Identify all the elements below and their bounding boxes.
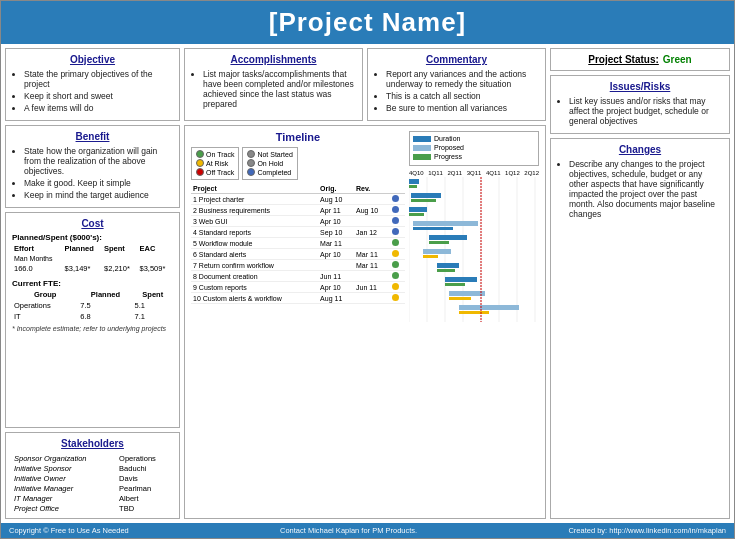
legend-item-offtrack: Off Track <box>196 168 234 176</box>
svg-rect-19 <box>423 255 438 258</box>
benefit-title: Benefit <box>12 131 173 142</box>
project-status-value: Green <box>663 54 692 65</box>
progress-label: Progress <box>434 153 462 160</box>
status-dot <box>392 239 399 246</box>
mid-top: Accomplishments List major tasks/accompl… <box>184 48 546 121</box>
project-rev <box>354 194 390 205</box>
project-name: 1 Project charter <box>191 194 318 205</box>
status-dot <box>392 294 399 301</box>
legend-progress: Progress <box>413 153 535 160</box>
stakeholder-role-2: Initiative Sponsor <box>12 463 117 473</box>
status-dot <box>392 250 399 257</box>
stakeholder-name-6: TBD <box>117 503 173 513</box>
stakeholder-name-5: Albert <box>117 493 173 503</box>
stakeholder-role-6: Project Office <box>12 503 117 513</box>
timeline-title: Timeline <box>191 131 405 143</box>
eac-val: $3,509* <box>137 263 173 274</box>
stakeholder-name-4: Pearlman <box>117 483 173 493</box>
stakeholders-table: Sponsor Organization Operations Initiati… <box>12 453 173 513</box>
legend-item-notstarted: Not Started <box>247 150 292 158</box>
chart-area: Duration Proposed Progress <box>409 131 539 513</box>
project-status <box>390 260 405 271</box>
list-item: Keep it short and sweet <box>24 91 173 101</box>
x-label-1: 4Q10 <box>409 170 424 176</box>
svg-rect-10 <box>411 193 441 198</box>
status-dot <box>392 272 399 279</box>
project-orig: Aug 10 <box>318 194 354 205</box>
current-fte-label: Current FTE: <box>12 279 173 288</box>
offtrack-icon <box>196 168 204 176</box>
fte-group-header: Group <box>12 289 78 300</box>
man-months-val: 166.0 <box>12 263 63 274</box>
project-status <box>390 282 405 293</box>
col-mid: Accomplishments List major tasks/accompl… <box>184 48 546 519</box>
table-row: 4 Standard reports Sep 10 Jan 12 <box>191 227 405 238</box>
list-item: Make it good. Keep it simple <box>24 178 173 188</box>
stakeholder-name-2: Baduchi <box>117 463 173 473</box>
fte-table: Group Planned Spent Operations 7.5 5.1 I… <box>12 289 173 322</box>
offtrack-label: Off Track <box>206 169 234 176</box>
progress-bar-icon <box>413 154 431 160</box>
table-row: Sponsor Organization Operations <box>12 453 173 463</box>
table-row: 2 Business requirements Apr 11 Aug 10 <box>191 205 405 216</box>
table-row: 8 Document creation Jun 11 <box>191 271 405 282</box>
man-months-label: Man Months <box>12 254 63 263</box>
stakeholder-role-3: Initiative Owner <box>12 473 117 483</box>
svg-rect-11 <box>411 199 436 202</box>
cost-table: Effort Planned Spent EAC Man Months 166.… <box>12 243 173 274</box>
objective-list: State the primary objectives of the proj… <box>12 69 173 113</box>
fte-spent-header: Spent <box>132 289 173 300</box>
svg-rect-20 <box>437 263 459 268</box>
table-row: 1 Project charter Aug 10 <box>191 194 405 205</box>
cost-footnote: * Incomplete estimate; refer to underlyi… <box>12 325 173 332</box>
project-orig: Mar 11 <box>318 238 354 249</box>
timeline-box: Timeline On Track At Risk <box>184 125 546 519</box>
accomplishments-list: List major tasks/accomplishments that ha… <box>191 69 356 109</box>
ontrack-icon <box>196 150 204 158</box>
fte-planned-1: 7.5 <box>78 300 132 311</box>
x-label-7: 2Q12 <box>524 170 539 176</box>
project-name: 2 Business requirements <box>191 205 318 216</box>
list-item: Be sure to mention all variances <box>386 103 539 113</box>
project-rev <box>354 293 390 304</box>
project-rev: Mar 11 <box>354 249 390 260</box>
project-name: 8 Document creation <box>191 271 318 282</box>
project-status <box>390 293 405 304</box>
legend-box-right: Not Started On Hold Completed <box>242 147 297 180</box>
commentary-list: Report any variances and the actions und… <box>374 69 539 113</box>
project-rev <box>354 271 390 282</box>
fte-planned-2: 6.8 <box>78 311 132 322</box>
table-row: 10 Custom alerts & workflow Aug 11 <box>191 293 405 304</box>
svg-rect-8 <box>409 179 419 184</box>
page-footer: Copyright © Free to Use As Needed Contac… <box>1 523 734 538</box>
stakeholder-name-3: Davis <box>117 473 173 483</box>
list-item: List key issues and/or risks that may af… <box>569 96 723 126</box>
project-orig: Apr 11 <box>318 205 354 216</box>
proposed-bar-icon <box>413 145 431 151</box>
project-rev: Jun 11 <box>354 282 390 293</box>
project-name: 5 Workflow module <box>191 238 318 249</box>
project-rev <box>354 238 390 249</box>
status-col-header <box>390 184 405 194</box>
legend-item-onhold: On Hold <box>247 159 292 167</box>
table-row: Initiative Owner Davis <box>12 473 173 483</box>
svg-rect-13 <box>409 213 424 216</box>
fte-planned-header: Planned <box>78 289 132 300</box>
project-orig: Apr 10 <box>318 216 354 227</box>
cost-box: Cost Planned/Spent ($000's): Effort Plan… <box>5 212 180 428</box>
fte-spent-2: 7.1 <box>132 311 173 322</box>
project-name: 10 Custom alerts & workflow <box>191 293 318 304</box>
project-orig: Aug 11 <box>318 293 354 304</box>
fte-spent-1: 5.1 <box>132 300 173 311</box>
list-item: Keep in mind the target audience <box>24 190 173 200</box>
benefit-list: State how the organization will gain fro… <box>12 146 173 200</box>
table-row: Initiative Sponsor Baduchi <box>12 463 173 473</box>
spent-val: $2,210* <box>102 263 137 274</box>
table-row: 3 Web GUI Apr 10 <box>191 216 405 227</box>
fte-group-1: Operations <box>12 300 78 311</box>
changes-list: Describe any changes to the project obje… <box>557 159 723 219</box>
atrisk-label: At Risk <box>206 160 228 167</box>
table-row: IT Manager Albert <box>12 493 173 503</box>
main-content: Objective State the primary objectives o… <box>1 44 734 523</box>
project-status <box>390 238 405 249</box>
